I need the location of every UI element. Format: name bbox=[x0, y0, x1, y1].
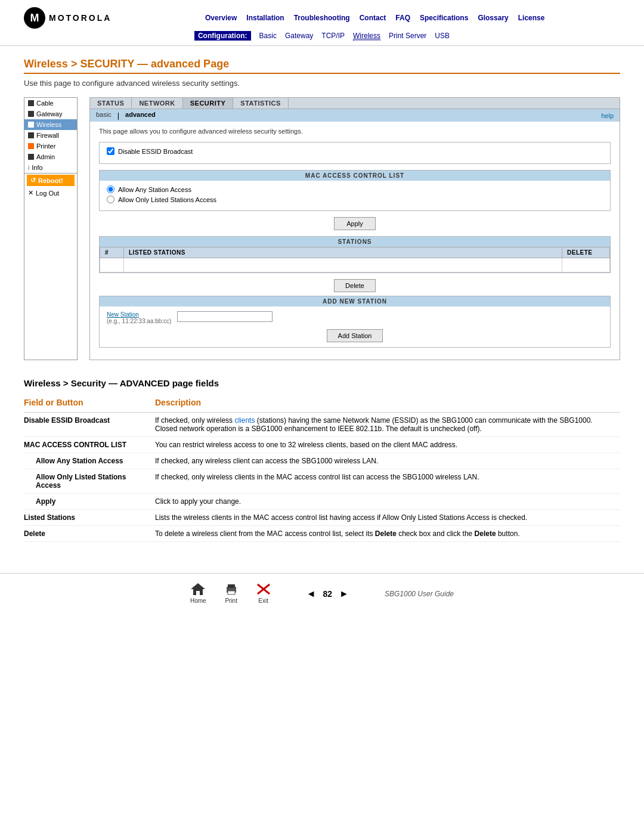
apply-row: Apply bbox=[99, 217, 611, 230]
delete-bold-2: Delete bbox=[475, 529, 496, 538]
col-delete: Delete bbox=[562, 247, 610, 258]
radio-allow-any[interactable] bbox=[107, 185, 114, 193]
sidebar-item-cable[interactable]: Cable bbox=[24, 98, 77, 109]
stations-header: STATIONS bbox=[100, 237, 610, 247]
col-desc-header: Description bbox=[155, 395, 620, 413]
page-number-area: ◄ 82 ► bbox=[306, 589, 349, 599]
config-printserver[interactable]: Print Server bbox=[389, 32, 426, 40]
table-row: MAC ACCESS CONTROL LIST You can restrict… bbox=[24, 437, 620, 453]
reboot-icon: ↺ bbox=[30, 176, 36, 184]
nav-installation[interactable]: Installation bbox=[246, 14, 284, 22]
config-tcpip[interactable]: TCP/IP bbox=[321, 32, 345, 40]
subnav-basic[interactable]: basic bbox=[96, 111, 112, 120]
field-delete: Delete bbox=[24, 526, 155, 542]
field-disable-essid-desc: If checked, only wireless clients (stati… bbox=[155, 413, 620, 437]
nav-specifications[interactable]: Specifications bbox=[420, 14, 468, 22]
new-station-row: New Station (e.g., 11:22:33:aa:bb:cc) bbox=[107, 311, 603, 324]
info-icon: i bbox=[28, 165, 29, 171]
stations-section: STATIONS # Listed Stations Delete bbox=[99, 236, 611, 273]
sidebar-item-gateway[interactable]: Gateway bbox=[24, 109, 77, 119]
sidebar-menu: Cable Gateway Wireless Firewall Printer … bbox=[24, 97, 78, 360]
right-panel: STATUS NETWORK SECURITY STATISTICS basic… bbox=[89, 97, 620, 360]
logout-icon: ✕ bbox=[28, 189, 33, 197]
tabs-bar: STATUS NETWORK SECURITY STATISTICS bbox=[90, 98, 620, 109]
exit-button[interactable]: Exit bbox=[256, 583, 271, 604]
essid-section: Disable ESSID Broadcast bbox=[99, 142, 611, 164]
stations-table: # Listed Stations Delete bbox=[100, 247, 610, 272]
logout-button[interactable]: ✕ Log Out bbox=[24, 187, 77, 199]
page-subtitle: Use this page to configure advanced wire… bbox=[24, 79, 620, 88]
config-usb[interactable]: USB bbox=[435, 32, 450, 40]
field-allow-listed-desc: If checked, only wireless clients in the… bbox=[155, 469, 620, 494]
new-station-input[interactable] bbox=[177, 311, 273, 322]
table-row: Allow Only Listed Stations Access If che… bbox=[24, 469, 620, 494]
sidebar-item-admin[interactable]: Admin bbox=[24, 151, 77, 162]
svg-rect-3 bbox=[228, 584, 235, 588]
sidebar-item-firewall[interactable]: Firewall bbox=[24, 130, 77, 141]
clients-highlight: clients bbox=[234, 416, 255, 425]
admin-icon bbox=[28, 154, 34, 160]
panel-content: This page allows you to configure advanc… bbox=[90, 122, 620, 360]
exit-icon bbox=[256, 583, 271, 595]
home-button[interactable]: Home bbox=[190, 583, 206, 604]
printer-icon bbox=[28, 143, 34, 149]
radio-allow-listed[interactable] bbox=[107, 196, 114, 203]
next-page-button[interactable]: ► bbox=[339, 589, 349, 599]
sidebar-item-info[interactable]: i Info bbox=[24, 162, 77, 173]
cable-icon bbox=[28, 100, 34, 106]
page-header: M MOTOROLA Overview Installation Trouble… bbox=[0, 0, 644, 46]
nav-faq[interactable]: FAQ bbox=[395, 14, 410, 22]
mac-access-header: MAC ACCESS CONTROL LIST bbox=[100, 171, 610, 181]
subnav-advanced[interactable]: advanced bbox=[125, 111, 156, 120]
add-station-row: Add Station bbox=[107, 329, 603, 342]
tab-status[interactable]: STATUS bbox=[90, 98, 132, 109]
print-button[interactable]: Print bbox=[224, 583, 239, 604]
field-apply: Apply bbox=[24, 494, 155, 510]
firewall-icon bbox=[28, 132, 34, 138]
fields-section: Wireless > Security — ADVANCED page fiel… bbox=[24, 378, 620, 542]
wireless-icon bbox=[28, 122, 34, 128]
radio-allow-listed-label: Allow Only Listed Stations Access bbox=[118, 196, 216, 203]
table-row: Allow Any Station Access If checked, any… bbox=[24, 453, 620, 469]
delete-button[interactable]: Delete bbox=[334, 279, 376, 292]
field-mac-access: MAC ACCESS CONTROL LIST bbox=[24, 437, 155, 453]
nav-glossary[interactable]: Glossary bbox=[478, 14, 508, 22]
field-mac-access-desc: You can restrict wireless access to one … bbox=[155, 437, 620, 453]
prev-page-button[interactable]: ◄ bbox=[306, 589, 316, 599]
svg-rect-1 bbox=[196, 591, 200, 595]
tab-network[interactable]: NETWORK bbox=[132, 98, 182, 109]
nav-contact[interactable]: Contact bbox=[360, 14, 386, 22]
col-field-header: Field or Button bbox=[24, 395, 155, 413]
nav-troubleshooting[interactable]: Troubleshooting bbox=[294, 14, 350, 22]
sidebar-item-printer[interactable]: Printer bbox=[24, 141, 77, 151]
add-station-button[interactable]: Add Station bbox=[327, 329, 383, 342]
disable-essid-checkbox[interactable] bbox=[107, 147, 114, 155]
col-num: # bbox=[100, 247, 124, 258]
nav-overview[interactable]: Overview bbox=[205, 14, 237, 22]
nav-license[interactable]: License bbox=[518, 14, 545, 22]
field-allow-listed: Allow Only Listed Stations Access bbox=[24, 469, 155, 494]
sidebar-item-wireless[interactable]: Wireless bbox=[24, 119, 77, 130]
fields-table: Field or Button Description Disable ESSI… bbox=[24, 395, 620, 542]
config-gateway[interactable]: Gateway bbox=[285, 32, 313, 40]
config-basic[interactable]: Basic bbox=[259, 32, 277, 40]
device-ui-wrapper: Cable Gateway Wireless Firewall Printer … bbox=[24, 97, 620, 360]
guide-text: SBG1000 User Guide bbox=[385, 590, 454, 598]
sub-nav: basic | advanced help bbox=[90, 109, 620, 122]
top-nav: Overview Installation Troubleshooting Co… bbox=[129, 14, 620, 22]
motorola-text: MOTOROLA bbox=[49, 13, 112, 23]
reboot-button[interactable]: ↺ Reboot! bbox=[27, 175, 75, 186]
page-title: Wireless > SECURITY — advanced Page bbox=[24, 58, 620, 74]
config-wireless[interactable]: Wireless bbox=[353, 32, 380, 41]
tab-security[interactable]: SECURITY bbox=[183, 98, 234, 109]
gateway-icon bbox=[28, 111, 34, 117]
help-link[interactable]: help bbox=[601, 112, 614, 119]
table-row: Delete To delete a wireless client from … bbox=[24, 526, 620, 542]
field-delete-desc: To delete a wireless client from the MAC… bbox=[155, 526, 620, 542]
tab-statistics[interactable]: STATISTICS bbox=[233, 98, 289, 109]
apply-button[interactable]: Apply bbox=[334, 217, 376, 230]
add-station-section: ADD NEW STATION New Station (e.g., 11:22… bbox=[99, 296, 611, 348]
table-row: Disable ESSID Broadcast If checked, only… bbox=[24, 413, 620, 437]
field-listed-stations: Listed Stations bbox=[24, 510, 155, 526]
mac-access-section: MAC ACCESS CONTROL LIST Allow Any Statio… bbox=[99, 170, 611, 211]
